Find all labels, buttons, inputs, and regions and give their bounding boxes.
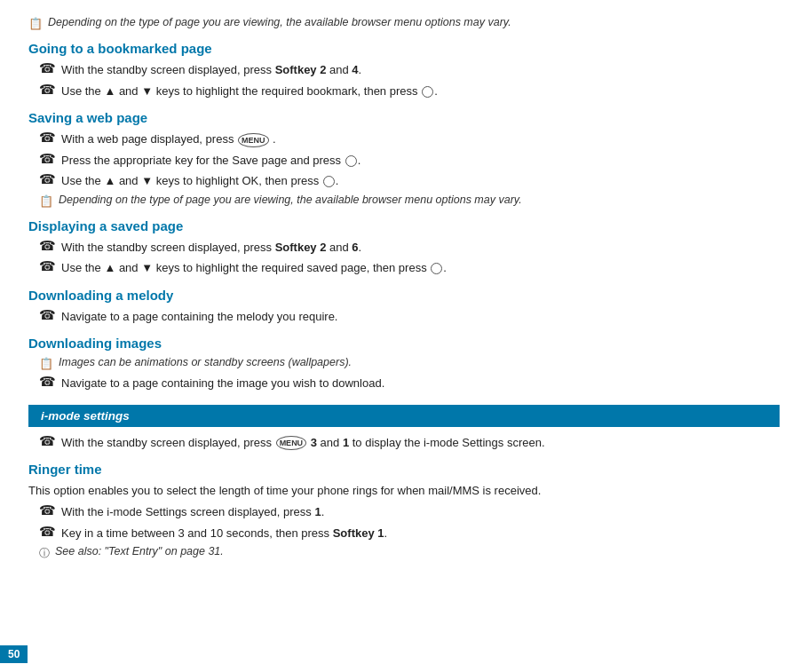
ringer-description: This option enables you to select the le… <box>28 482 780 500</box>
bullet-phone-icon: ☎ <box>39 171 56 187</box>
ringer-bullet-text: With the i-mode Settings screen displaye… <box>61 503 324 521</box>
bullet-text: With the standby screen displayed, press… <box>61 61 361 79</box>
note-icon: 📋 <box>39 194 53 208</box>
imode-bullet-text: With the standby screen displayed, press… <box>61 434 545 452</box>
heading-downloading-melody: Downloading a melody <box>28 288 780 303</box>
bullet-item: ☎ With a web page displayed, press MENU … <box>39 130 780 148</box>
bullet-text: Use the ▲ and ▼ keys to highlight the re… <box>61 259 447 277</box>
bullet-text: With the standby screen displayed, press… <box>61 239 361 257</box>
bullet-phone-icon: ☎ <box>39 60 56 76</box>
page-number: 50 <box>0 645 28 663</box>
page-number-text: 50 <box>8 648 20 660</box>
bullet-phone-icon: ☎ <box>39 433 56 449</box>
top-note: 📋 Depending on the type of page you are … <box>28 16 780 30</box>
bullet-text: Navigate to a page containing the image … <box>61 375 384 392</box>
bullet-item: ☎ With the standby screen displayed, pre… <box>39 239 780 257</box>
ringer-note: ⓘ See also: "Text Entry" on page 31. <box>39 545 780 561</box>
bullet-item: ☎ Use the ▲ and ▼ keys to highlight OK, … <box>39 172 780 190</box>
section-displaying-saved-page: Displaying a saved page ☎ With the stand… <box>28 218 780 277</box>
ringer-bullet-text: Key in a time between 3 and 10 seconds, … <box>61 525 387 542</box>
bullet-phone-icon: ☎ <box>39 524 56 540</box>
heading-ringer-time: Ringer time <box>28 462 780 477</box>
top-note-text: Depending on the type of page you are vi… <box>48 16 511 28</box>
bullet-phone-icon: ☎ <box>39 130 56 146</box>
heading-downloading-images: Downloading images <box>28 336 780 351</box>
bullet-item: ☎ Use the ▲ and ▼ keys to highlight the … <box>39 83 780 100</box>
imode-bullet-item: ☎ With the standby screen displayed, pre… <box>39 434 780 452</box>
bullet-phone-icon: ☎ <box>39 82 56 98</box>
bullet-text: Use the ▲ and ▼ keys to highlight OK, th… <box>61 172 338 190</box>
bullet-phone-icon: ☎ <box>39 258 56 274</box>
note-icon: 📋 <box>39 357 53 370</box>
pre-note-images: 📋 Images can be animations or standby sc… <box>39 356 780 370</box>
section-downloading-melody: Downloading a melody ☎ Navigate to a pag… <box>28 288 780 326</box>
heading-saving-web-page: Saving a web page <box>28 110 780 125</box>
section-note: 📋 Depending on the type of page you are … <box>39 194 780 208</box>
section-bookmarked-page: Going to a bookmarked page ☎ With the st… <box>28 41 780 99</box>
page-content: 📋 Depending on the type of page you are … <box>0 0 808 618</box>
bullet-item: ☎ Press the appropriate key for the Save… <box>39 152 780 170</box>
bullet-text: Press the appropriate key for the Save p… <box>61 152 360 170</box>
pre-note-text: Images can be animations or standby scre… <box>59 356 352 368</box>
imode-section-bar: i-mode settings <box>28 405 780 427</box>
bullet-item: ☎ Navigate to a page containing the melo… <box>39 308 780 326</box>
section-downloading-images: Downloading images 📋 Images can be anima… <box>28 336 780 392</box>
bullet-phone-icon: ☎ <box>39 374 56 390</box>
bullet-item: ☎ Navigate to a page containing the imag… <box>39 375 780 392</box>
bullet-text: With a web page displayed, press MENU . <box>61 130 276 148</box>
bullet-phone-icon: ☎ <box>39 151 56 167</box>
imode-bar-label: i-mode settings <box>41 409 130 423</box>
note-icon: 📋 <box>28 17 43 30</box>
bullet-text: Navigate to a page containing the melody… <box>61 308 337 326</box>
heading-displaying-saved-page: Displaying a saved page <box>28 218 780 233</box>
ringer-note-text: See also: "Text Entry" on page 31. <box>55 545 224 557</box>
bullet-phone-icon: ☎ <box>39 502 56 518</box>
section-ringer-time: Ringer time This option enables you to s… <box>28 462 780 561</box>
bullet-phone-icon: ☎ <box>39 307 56 323</box>
bullet-item: ☎ Use the ▲ and ▼ keys to highlight the … <box>39 259 780 277</box>
heading-bookmarked-page: Going to a bookmarked page <box>28 41 780 56</box>
section-saving-web-page: Saving a web page ☎ With a web page disp… <box>28 110 780 208</box>
bullet-item: ☎ With the standby screen displayed, pre… <box>39 61 780 79</box>
small-note-icon: ⓘ <box>39 546 50 561</box>
bullet-text: Use the ▲ and ▼ keys to highlight the re… <box>61 83 438 100</box>
note-text: Depending on the type of page you are vi… <box>59 194 522 206</box>
ringer-bullet-item: ☎ With the i-mode Settings screen displa… <box>39 503 780 521</box>
bullet-phone-icon: ☎ <box>39 238 56 254</box>
ringer-bullet-item: ☎ Key in a time between 3 and 10 seconds… <box>39 525 780 542</box>
